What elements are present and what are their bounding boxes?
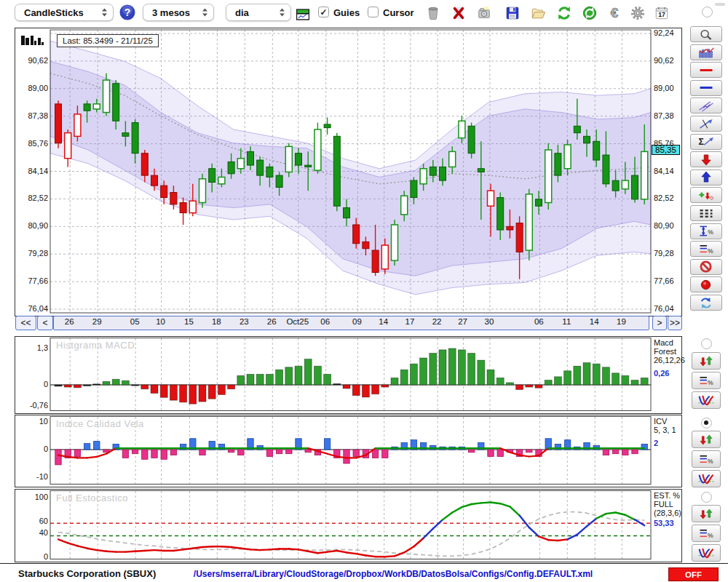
stochastic-watermark: Full Estocastico xyxy=(56,493,128,503)
date-tick-label: 29 xyxy=(92,317,102,326)
reload-tool-button[interactable] xyxy=(690,295,722,311)
vertical-percent-tool-button[interactable]: % xyxy=(690,223,722,239)
chevron-updown-icon xyxy=(101,8,108,17)
help-button[interactable]: ? xyxy=(119,4,136,21)
price-axis-label-left: 87,38 xyxy=(17,111,48,120)
open-folder-button[interactable] xyxy=(529,4,547,22)
macd-panel[interactable]: Histgrama MACD Macd Forest 26,12,26 0,26… xyxy=(15,336,682,414)
svg-text:%: % xyxy=(708,379,713,386)
save-button[interactable] xyxy=(504,4,521,22)
lines-percent-tool-button[interactable]: % xyxy=(690,241,722,257)
nav-last-button[interactable]: >> xyxy=(668,316,682,330)
date-tick-label: 05 xyxy=(130,317,140,326)
dashed-lines-tool-button[interactable] xyxy=(690,205,722,221)
sigma-trend-icon: Σ xyxy=(697,135,716,148)
candle xyxy=(468,126,475,153)
candle xyxy=(122,133,129,137)
euro-button[interactable]: € xyxy=(606,4,623,22)
main-price-chart[interactable]: Last: 85.3499 - 21/11/25 85,35 92,2490,6… xyxy=(15,28,682,316)
down-arrow-tool-button[interactable] xyxy=(690,151,722,167)
lines-percent-icon: % xyxy=(697,453,716,466)
volume-chart-tool-button[interactable] xyxy=(690,44,722,60)
candle xyxy=(420,169,427,184)
date-tick-label: 14 xyxy=(590,317,599,326)
price-axis-label-right: 82,52 xyxy=(654,194,674,202)
candle xyxy=(333,136,340,206)
delete-icon xyxy=(451,6,466,20)
up-arrow-tool-button[interactable] xyxy=(690,170,722,186)
stochastic-info-line: (28,3,6) xyxy=(654,509,681,517)
est-curve-button[interactable] xyxy=(692,544,721,562)
config-path[interactable]: /Users/mserra/Library/CloudStorage/Dropb… xyxy=(146,569,641,579)
macd-axis-label: -0,76 xyxy=(17,401,48,410)
add-signal-tool-button[interactable] xyxy=(690,187,722,203)
mini-chart-icon[interactable] xyxy=(294,6,312,23)
blue-line-tool-button[interactable] xyxy=(690,80,722,96)
est-updown-arrows-button[interactable] xyxy=(692,505,721,522)
snapshot-button[interactable] xyxy=(475,4,493,22)
trend-arrow-tool-button[interactable] xyxy=(690,116,722,132)
chart-style-icon[interactable] xyxy=(20,33,45,51)
macd-axis-label: 1,3 xyxy=(17,343,48,352)
date-tick-label: 11 xyxy=(562,317,571,326)
nav-first-button[interactable]: << xyxy=(15,316,36,330)
macd-curve-button[interactable] xyxy=(692,391,721,409)
icv-lines-percent-button[interactable]: % xyxy=(692,450,721,468)
top-radio[interactable] xyxy=(702,7,713,17)
forbidden-icon xyxy=(697,260,716,273)
sync-button[interactable] xyxy=(581,4,598,22)
settings-gear-button[interactable] xyxy=(629,4,646,22)
candle xyxy=(189,201,196,212)
macd-radio[interactable] xyxy=(701,338,712,349)
nav-prev-button[interactable]: < xyxy=(37,316,53,330)
candle xyxy=(55,104,62,143)
est-lines-percent-button[interactable]: % xyxy=(692,525,721,542)
price-plot xyxy=(15,28,680,314)
icv-curve-button[interactable] xyxy=(692,470,721,487)
red-line-tool-button[interactable] xyxy=(690,62,722,78)
price-axis-label-right: 84,14 xyxy=(654,167,674,175)
macd-lines-percent-button[interactable]: % xyxy=(692,372,721,389)
candle xyxy=(622,180,628,189)
macd-info-line: 26,12,26 xyxy=(654,356,685,364)
channel-tool-button[interactable] xyxy=(690,97,722,113)
date-strip[interactable] xyxy=(53,316,649,330)
lines-percent-icon: % xyxy=(697,375,716,387)
record-tool-button[interactable] xyxy=(690,276,722,292)
symbol-label: Starbucks Corporation (SBUX) xyxy=(18,568,156,579)
candle xyxy=(488,191,494,206)
icv-watermark: Indice Calidad Vela xyxy=(56,418,144,429)
candle xyxy=(507,226,513,230)
date-tick-label: Oct25 xyxy=(286,317,309,326)
chart-type-select[interactable]: CandleSticks xyxy=(15,4,114,21)
lines-percent-icon: % xyxy=(697,527,716,540)
status-bar: Starbucks Corporation (SBUX) /Users/mser… xyxy=(0,563,728,582)
macd-updown-arrows-button[interactable] xyxy=(692,352,721,370)
icv-panel[interactable]: Indice Calidad Vela ICV 5, 3, 1 2 100-10 xyxy=(15,415,682,487)
sigma-trend-tool-button[interactable]: Σ xyxy=(690,134,722,150)
candle xyxy=(392,225,398,260)
date-tick-label: 30 xyxy=(484,317,494,326)
interval-select[interactable]: dia xyxy=(226,4,291,21)
candle xyxy=(381,245,388,269)
candle xyxy=(266,167,273,177)
trash-button[interactable] xyxy=(424,4,442,22)
cursor-checkbox[interactable] xyxy=(368,7,379,17)
candle xyxy=(401,196,408,215)
delete-button[interactable] xyxy=(450,4,467,22)
zoom-tool-button[interactable] xyxy=(690,26,722,42)
est-radio[interactable] xyxy=(701,492,712,503)
icv-radio[interactable] xyxy=(701,418,712,428)
save-icon xyxy=(505,6,520,20)
period-select[interactable]: 3 mesos xyxy=(143,4,214,21)
forbidden-tool-button[interactable] xyxy=(690,259,722,275)
stochastic-panel[interactable]: Full Estocastico EST. % FULL (28,3,6) 53… xyxy=(15,489,682,562)
nav-next-button[interactable]: > xyxy=(652,316,667,330)
guies-checkbox[interactable]: ✓ xyxy=(318,7,329,17)
refresh-button[interactable] xyxy=(555,4,573,22)
icv-updown-arrows-button[interactable] xyxy=(692,431,721,448)
calendar-button[interactable]: 17 xyxy=(653,4,670,22)
stochastic-axis-label: 40 xyxy=(17,528,48,537)
off-button[interactable]: OFF xyxy=(668,567,719,581)
sync-icon xyxy=(582,6,597,20)
